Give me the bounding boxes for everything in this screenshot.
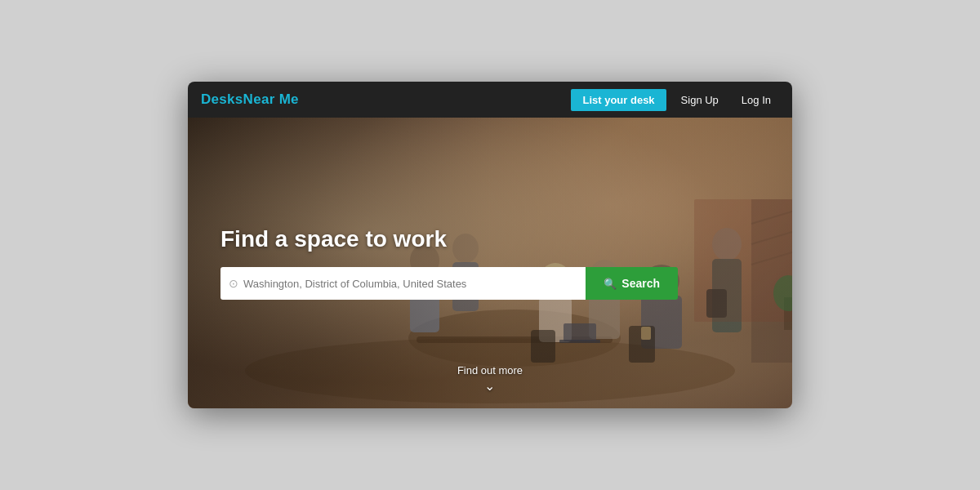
chevron-down-icon: ⌄ — [484, 378, 495, 394]
logo-text-2: Near Me — [243, 91, 299, 107]
location-icon: ⊙ — [229, 277, 238, 290]
search-icon: 🔍 — [604, 278, 617, 290]
logo[interactable]: DesksNear Me — [201, 91, 299, 108]
hero-content: Find a space to work ⊙ 🔍 Search — [220, 226, 760, 300]
nav-actions: List your desk Sign Up Log In — [571, 89, 779, 111]
find-out-more-label: Find out more — [457, 364, 523, 376]
search-input-wrapper: ⊙ — [220, 267, 586, 300]
hero-section: Find a space to work ⊙ 🔍 Search Find out… — [188, 118, 792, 408]
logo-text-1: Desks — [201, 91, 243, 107]
search-bar: ⊙ 🔍 Search — [220, 267, 678, 300]
search-button-label: Search — [621, 277, 660, 290]
search-input[interactable] — [243, 278, 577, 290]
search-button[interactable]: 🔍 Search — [586, 267, 678, 300]
app-window: DesksNear Me List your desk Sign Up Log … — [188, 82, 792, 408]
list-desk-button[interactable]: List your desk — [571, 89, 666, 111]
sign-up-button[interactable]: Sign Up — [673, 89, 727, 111]
hero-title: Find a space to work — [220, 226, 760, 252]
log-in-button[interactable]: Log In — [733, 89, 779, 111]
navbar: DesksNear Me List your desk Sign Up Log … — [188, 82, 792, 118]
find-out-more[interactable]: Find out more ⌄ — [457, 364, 523, 394]
